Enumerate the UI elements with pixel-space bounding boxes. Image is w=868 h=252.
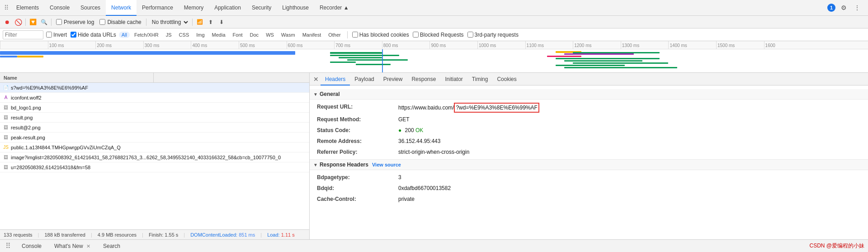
hide-data-urls-checkbox[interactable] <box>71 32 76 38</box>
detail-tab-payload[interactable]: Payload <box>350 73 378 86</box>
preserve-log-checkbox[interactable] <box>56 19 62 25</box>
filter-type-img[interactable]: Img <box>193 32 207 38</box>
third-party-checkbox[interactable] <box>467 32 473 38</box>
filter-type-all[interactable]: All <box>119 32 130 38</box>
detail-tab-response[interactable]: Response <box>407 73 440 86</box>
close-details-btn[interactable]: ✕ <box>311 75 321 84</box>
remote-address-row: Remote Address: 36.152.44.95:443 <box>310 136 868 147</box>
request-row-6[interactable]: JS public.1.a13f4844.TMHGpwrgpGVvZiUmCZq… <box>0 143 309 152</box>
response-headers-section-header[interactable]: ▼ Response Headers View source <box>310 159 868 170</box>
more-btn[interactable]: ⋮ <box>852 2 863 13</box>
settings-btn[interactable]: ⚙ <box>838 2 849 13</box>
tab-network[interactable]: Network <box>106 0 137 16</box>
tab-elements[interactable]: Elements <box>11 0 44 16</box>
filter-type-font[interactable]: Font <box>230 32 245 38</box>
requests-list[interactable]: 📄 s?wd=%E9%A3%8E%E6%99%AF A iconfont.wof… <box>0 83 309 229</box>
bottom-tab-search[interactable]: Search <box>99 240 124 252</box>
preserve-log-label[interactable]: Preserve log <box>54 19 96 25</box>
url-param: ?wd=%E9%A3%8E%E6%99%AF <box>454 103 539 113</box>
bottom-tab-whats-new[interactable]: What's New ✕ <box>51 240 94 252</box>
tab-console[interactable]: Console <box>44 0 75 16</box>
request-url-key: Request URL: <box>317 103 398 111</box>
detail-tab-initiator[interactable]: Initiator <box>440 73 467 86</box>
general-title: General <box>320 91 340 97</box>
general-section-header[interactable]: ▼ General <box>310 89 868 100</box>
filter-type-other[interactable]: Other <box>326 32 344 38</box>
waterfall-bar-2 <box>17 56 43 57</box>
tab-application[interactable]: Application <box>209 0 246 16</box>
preserve-log-text: Preserve log <box>64 19 94 25</box>
tab-sources[interactable]: Sources <box>75 0 106 16</box>
req-name-4: result@2.png <box>11 125 307 130</box>
import-btn[interactable]: 📶 <box>195 18 204 27</box>
request-row-1[interactable]: A iconfont.woff2 <box>0 93 309 103</box>
request-row-2[interactable]: 🖼 bd_logo1.png <box>0 103 309 113</box>
view-source-link[interactable]: View source <box>372 162 401 167</box>
drag-handle[interactable]: ⠿ <box>2 4 11 11</box>
throttle-select[interactable]: No throttling Fast 3G Slow 3G <box>149 19 189 26</box>
clear-btn[interactable]: 🚫 <box>14 18 23 27</box>
tab-security[interactable]: Security <box>246 0 277 16</box>
invert-label[interactable]: Invert <box>45 32 68 38</box>
waterfall-bar-green11 <box>556 65 625 66</box>
request-row-0[interactable]: 📄 s?wd=%E9%A3%8E%E6%99%AF <box>0 83 309 93</box>
status-green-dot: ● <box>398 127 401 133</box>
disable-cache-label[interactable]: Disable cache <box>98 19 143 25</box>
tick-1300: 1300 ms <box>621 41 639 49</box>
request-row-8[interactable]: 🖼 u=2820508392,6142164318&fm=58 <box>0 162 309 172</box>
export-up-btn[interactable]: ⬆ <box>206 18 215 27</box>
tab-lighthouse[interactable]: Lighthouse <box>277 0 314 16</box>
status-code-number: 200 <box>405 127 414 133</box>
req-name-6: public.1.a13f4844.TMHGpwrgpGVvZiUmCZqA_Q <box>11 145 307 150</box>
filter-type-media[interactable]: Media <box>209 32 228 38</box>
tab-performance[interactable]: Performance <box>137 0 179 16</box>
invert-checkbox[interactable] <box>46 32 52 38</box>
waterfall-bar-green3 <box>339 57 382 58</box>
request-row-4[interactable]: 🖼 result@2.png <box>0 123 309 133</box>
blocked-requests-checkbox[interactable] <box>413 32 419 38</box>
filter-type-js[interactable]: JS <box>163 32 175 38</box>
filter-input[interactable] <box>5 32 41 38</box>
filter-type-wasm[interactable]: Wasm <box>278 32 298 38</box>
request-row-3[interactable]: 🖼 result.png <box>0 113 309 123</box>
has-blocked-cookies-checkbox[interactable] <box>352 32 358 38</box>
details-content[interactable]: ▼ General Request URL: https://www.baidu… <box>310 86 868 239</box>
filter-type-fetchxhr[interactable]: Fetch/XHR <box>132 32 161 38</box>
notification-btn[interactable]: 1 <box>827 4 835 12</box>
req-name-8: u=2820508392,6142164318&fm=58 <box>11 165 307 170</box>
request-row-5[interactable]: 🖼 peak-result.png <box>0 133 309 143</box>
export-down-btn[interactable]: ⬇ <box>217 18 226 27</box>
filter-type-css[interactable]: CSS <box>176 32 192 38</box>
tab-memory[interactable]: Memory <box>179 0 209 16</box>
bottom-drag-handle[interactable]: ⠿ <box>4 242 13 250</box>
bottom-tab-console[interactable]: Console <box>18 240 45 252</box>
tab-recorder[interactable]: Recorder ▲ <box>314 0 354 16</box>
third-party-label[interactable]: 3rd-party requests <box>467 32 519 38</box>
detail-tab-preview[interactable]: Preview <box>379 73 407 86</box>
waterfall-bar-green5 <box>330 62 356 63</box>
blocked-requests-label[interactable]: Blocked Requests <box>412 32 465 38</box>
disable-cache-checkbox[interactable] <box>99 19 105 25</box>
disable-cache-text: Disable cache <box>107 19 141 25</box>
record-btn[interactable]: ⏺ <box>3 18 12 27</box>
response-headers-arrow: ▼ <box>313 162 318 167</box>
detail-tab-cookies[interactable]: Cookies <box>492 73 521 86</box>
dom-content-loaded-link[interactable]: DOMContentLoaded: <box>190 232 237 238</box>
request-row-7[interactable]: 🖼 image?imglist=2820508392_614216431_58,… <box>0 152 309 162</box>
whats-new-close[interactable]: ✕ <box>86 243 90 249</box>
detail-tab-headers[interactable]: Headers <box>321 73 350 86</box>
search-btn[interactable]: 🔍 <box>39 18 48 27</box>
tick-800: 800 ms <box>382 41 398 49</box>
has-blocked-cookies-label[interactable]: Has blocked cookies <box>351 32 410 38</box>
status-code-row: Status Code: ● 200 OK <box>310 125 868 136</box>
detail-tab-timing[interactable]: Timing <box>467 73 493 86</box>
filter-type-manifest[interactable]: Manifest <box>300 32 324 38</box>
request-method-key: Request Method: <box>317 115 398 124</box>
hide-data-urls-label[interactable]: Hide data URLs <box>70 32 117 38</box>
load-link[interactable]: Load: <box>267 232 280 238</box>
devtools-container: ⠿ Elements Console Sources Network Perfo… <box>0 0 868 252</box>
filter-btn[interactable]: 🔽 <box>28 18 38 27</box>
filter-type-ws[interactable]: WS <box>263 32 277 38</box>
filter-type-doc[interactable]: Doc <box>247 32 262 38</box>
status-divider-2: | <box>91 232 92 238</box>
